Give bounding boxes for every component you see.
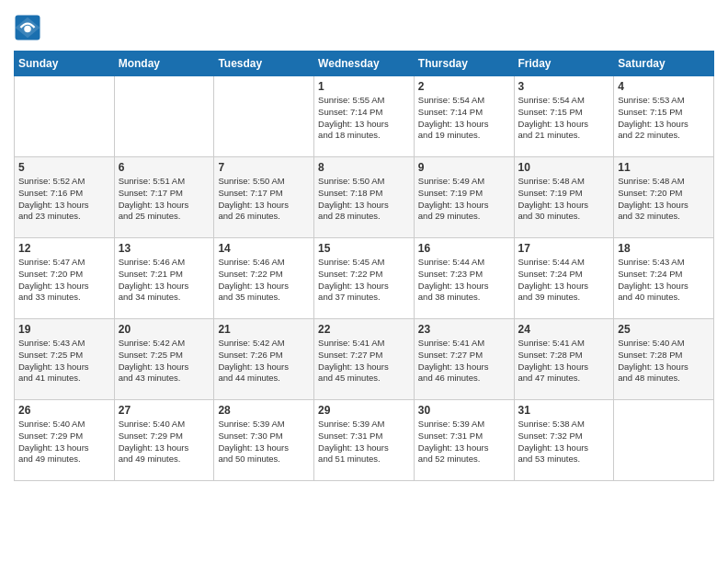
day-info: Sunrise: 5:40 AM Sunset: 7:28 PM Dayligh… <box>618 338 710 385</box>
calendar-table: SundayMondayTuesdayWednesdayThursdayFrid… <box>14 51 714 481</box>
day-info: Sunrise: 5:41 AM Sunset: 7:27 PM Dayligh… <box>318 338 410 385</box>
day-number: 5 <box>18 161 110 174</box>
calendar-cell <box>214 76 314 157</box>
calendar-cell: 23Sunrise: 5:41 AM Sunset: 7:27 PM Dayli… <box>414 319 514 400</box>
day-number: 20 <box>119 323 210 336</box>
day-info: Sunrise: 5:50 AM Sunset: 7:17 PM Dayligh… <box>218 176 310 223</box>
day-info: Sunrise: 5:49 AM Sunset: 7:19 PM Dayligh… <box>418 176 510 223</box>
calendar-cell: 1Sunrise: 5:55 AM Sunset: 7:14 PM Daylig… <box>314 76 415 157</box>
day-number: 23 <box>418 323 510 336</box>
day-info: Sunrise: 5:48 AM Sunset: 7:19 PM Dayligh… <box>518 176 610 223</box>
calendar-cell: 2Sunrise: 5:54 AM Sunset: 7:14 PM Daylig… <box>414 76 514 157</box>
day-info: Sunrise: 5:44 AM Sunset: 7:24 PM Dayligh… <box>518 257 610 304</box>
calendar-cell: 7Sunrise: 5:50 AM Sunset: 7:17 PM Daylig… <box>214 157 314 238</box>
calendar-cell: 30Sunrise: 5:39 AM Sunset: 7:31 PM Dayli… <box>414 400 514 481</box>
calendar-cell: 3Sunrise: 5:54 AM Sunset: 7:15 PM Daylig… <box>514 76 614 157</box>
calendar-cell: 29Sunrise: 5:39 AM Sunset: 7:31 PM Dayli… <box>314 400 415 481</box>
calendar-cell: 5Sunrise: 5:52 AM Sunset: 7:16 PM Daylig… <box>15 157 115 238</box>
day-info: Sunrise: 5:54 AM Sunset: 7:15 PM Dayligh… <box>518 95 610 142</box>
logo-icon <box>14 14 41 41</box>
day-number: 18 <box>618 242 710 255</box>
day-info: Sunrise: 5:42 AM Sunset: 7:25 PM Dayligh… <box>119 338 210 385</box>
calendar-cell: 21Sunrise: 5:42 AM Sunset: 7:26 PM Dayli… <box>214 319 314 400</box>
day-info: Sunrise: 5:48 AM Sunset: 7:20 PM Dayligh… <box>618 176 710 223</box>
calendar-header: SundayMondayTuesdayWednesdayThursdayFrid… <box>15 52 714 76</box>
calendar-cell: 12Sunrise: 5:47 AM Sunset: 7:20 PM Dayli… <box>15 238 115 319</box>
calendar-cell: 17Sunrise: 5:44 AM Sunset: 7:24 PM Dayli… <box>514 238 614 319</box>
day-info: Sunrise: 5:43 AM Sunset: 7:24 PM Dayligh… <box>618 257 710 304</box>
day-number: 19 <box>18 323 110 336</box>
day-number: 2 <box>418 80 510 93</box>
day-of-week-header: Saturday <box>614 52 714 76</box>
day-info: Sunrise: 5:47 AM Sunset: 7:20 PM Dayligh… <box>18 257 110 304</box>
day-info: Sunrise: 5:43 AM Sunset: 7:25 PM Dayligh… <box>18 338 110 385</box>
calendar-cell: 18Sunrise: 5:43 AM Sunset: 7:24 PM Dayli… <box>614 238 714 319</box>
logo <box>14 14 43 41</box>
day-info: Sunrise: 5:53 AM Sunset: 7:15 PM Dayligh… <box>618 95 710 142</box>
calendar-cell: 6Sunrise: 5:51 AM Sunset: 7:17 PM Daylig… <box>114 157 214 238</box>
calendar-cell: 19Sunrise: 5:43 AM Sunset: 7:25 PM Dayli… <box>15 319 115 400</box>
calendar-week-row: 5Sunrise: 5:52 AM Sunset: 7:16 PM Daylig… <box>15 157 714 238</box>
day-number: 4 <box>618 80 710 93</box>
day-of-week-header: Friday <box>514 52 614 76</box>
day-number: 14 <box>218 242 310 255</box>
day-info: Sunrise: 5:54 AM Sunset: 7:14 PM Dayligh… <box>418 95 510 142</box>
day-number: 17 <box>518 242 610 255</box>
day-number: 6 <box>119 161 210 174</box>
day-number: 27 <box>119 404 210 417</box>
day-number: 9 <box>418 161 510 174</box>
calendar-week-row: 1Sunrise: 5:55 AM Sunset: 7:14 PM Daylig… <box>15 76 714 157</box>
day-number: 21 <box>218 323 310 336</box>
day-number: 31 <box>518 404 610 417</box>
calendar-cell: 22Sunrise: 5:41 AM Sunset: 7:27 PM Dayli… <box>314 319 415 400</box>
day-of-week-header: Sunday <box>15 52 115 76</box>
day-number: 29 <box>318 404 410 417</box>
day-info: Sunrise: 5:39 AM Sunset: 7:31 PM Dayligh… <box>418 419 510 465</box>
day-info: Sunrise: 5:52 AM Sunset: 7:16 PM Dayligh… <box>18 176 110 223</box>
day-info: Sunrise: 5:38 AM Sunset: 7:32 PM Dayligh… <box>518 419 610 465</box>
day-info: Sunrise: 5:46 AM Sunset: 7:21 PM Dayligh… <box>119 257 210 304</box>
calendar-cell: 31Sunrise: 5:38 AM Sunset: 7:32 PM Dayli… <box>514 400 614 481</box>
calendar-cell: 10Sunrise: 5:48 AM Sunset: 7:19 PM Dayli… <box>514 157 614 238</box>
day-number: 24 <box>518 323 610 336</box>
calendar-cell <box>614 400 714 481</box>
day-number: 16 <box>418 242 510 255</box>
day-number: 15 <box>318 242 410 255</box>
calendar-cell: 16Sunrise: 5:44 AM Sunset: 7:23 PM Dayli… <box>414 238 514 319</box>
day-number: 28 <box>218 404 310 417</box>
day-info: Sunrise: 5:44 AM Sunset: 7:23 PM Dayligh… <box>418 257 510 304</box>
svg-point-2 <box>24 26 31 33</box>
day-info: Sunrise: 5:45 AM Sunset: 7:22 PM Dayligh… <box>318 257 410 304</box>
calendar-cell: 27Sunrise: 5:40 AM Sunset: 7:29 PM Dayli… <box>114 400 214 481</box>
day-info: Sunrise: 5:41 AM Sunset: 7:28 PM Dayligh… <box>518 338 610 385</box>
calendar-week-row: 19Sunrise: 5:43 AM Sunset: 7:25 PM Dayli… <box>15 319 714 400</box>
calendar-cell <box>15 76 115 157</box>
day-info: Sunrise: 5:42 AM Sunset: 7:26 PM Dayligh… <box>218 338 310 385</box>
day-info: Sunrise: 5:39 AM Sunset: 7:30 PM Dayligh… <box>218 419 310 465</box>
day-of-week-header: Wednesday <box>314 52 415 76</box>
day-number: 1 <box>318 80 410 93</box>
day-number: 22 <box>318 323 410 336</box>
day-of-week-header: Tuesday <box>214 52 314 76</box>
day-info: Sunrise: 5:50 AM Sunset: 7:18 PM Dayligh… <box>318 176 410 223</box>
day-number: 3 <box>518 80 610 93</box>
calendar-cell: 24Sunrise: 5:41 AM Sunset: 7:28 PM Dayli… <box>514 319 614 400</box>
calendar-cell: 28Sunrise: 5:39 AM Sunset: 7:30 PM Dayli… <box>214 400 314 481</box>
calendar-cell: 20Sunrise: 5:42 AM Sunset: 7:25 PM Dayli… <box>114 319 214 400</box>
calendar-cell: 14Sunrise: 5:46 AM Sunset: 7:22 PM Dayli… <box>214 238 314 319</box>
calendar-cell <box>114 76 214 157</box>
day-number: 30 <box>418 404 510 417</box>
calendar-week-row: 12Sunrise: 5:47 AM Sunset: 7:20 PM Dayli… <box>15 238 714 319</box>
calendar-cell: 15Sunrise: 5:45 AM Sunset: 7:22 PM Dayli… <box>314 238 415 319</box>
day-number: 12 <box>18 242 110 255</box>
calendar-cell: 25Sunrise: 5:40 AM Sunset: 7:28 PM Dayli… <box>614 319 714 400</box>
day-number: 10 <box>518 161 610 174</box>
day-info: Sunrise: 5:46 AM Sunset: 7:22 PM Dayligh… <box>218 257 310 304</box>
day-number: 7 <box>218 161 310 174</box>
day-number: 13 <box>119 242 210 255</box>
day-info: Sunrise: 5:41 AM Sunset: 7:27 PM Dayligh… <box>418 338 510 385</box>
day-info: Sunrise: 5:39 AM Sunset: 7:31 PM Dayligh… <box>318 419 410 465</box>
calendar-cell: 26Sunrise: 5:40 AM Sunset: 7:29 PM Dayli… <box>15 400 115 481</box>
day-info: Sunrise: 5:51 AM Sunset: 7:17 PM Dayligh… <box>119 176 210 223</box>
calendar-week-row: 26Sunrise: 5:40 AM Sunset: 7:29 PM Dayli… <box>15 400 714 481</box>
